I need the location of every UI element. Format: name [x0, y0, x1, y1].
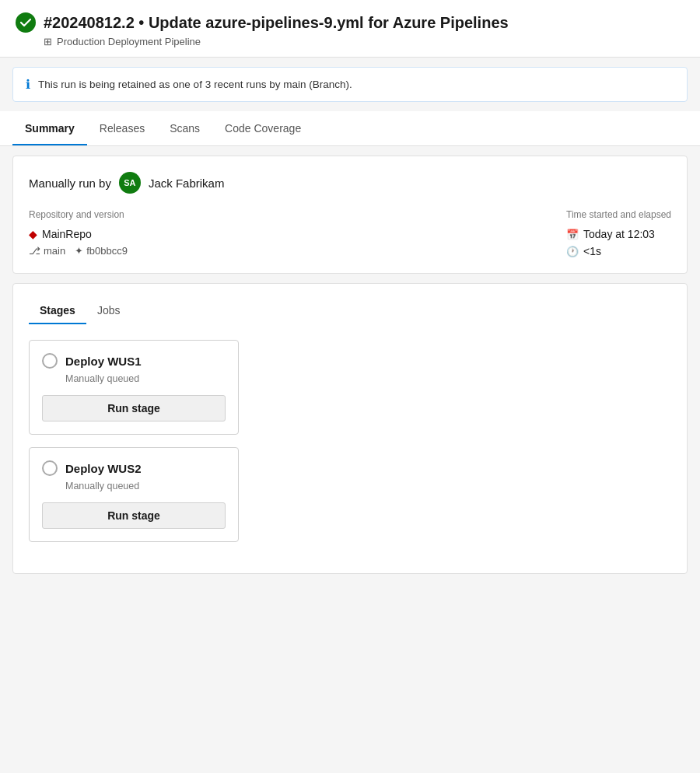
avatar: SA: [119, 172, 141, 194]
main-tabs-list: Summary Releases Scans Code Coverage: [12, 111, 688, 145]
run-id: #20240812.2 • Update azure-pipelines-9.y…: [44, 14, 509, 32]
user-name: Jack Fabrikam: [149, 177, 225, 190]
stages-card: Stages Jobs Deploy WUS1 Manually queued …: [12, 283, 688, 574]
stage-card-wus2: Deploy WUS2 Manually queued Run stage: [29, 447, 239, 542]
run-by-row: Manually run by SA Jack Fabrikam: [29, 172, 671, 194]
branch-icon: ⎇: [29, 245, 40, 257]
banner-text: This run is being retained as one of 3 r…: [38, 79, 352, 90]
repo-section-label: Repository and version: [29, 209, 128, 220]
page-header: #20240812.2 • Update azure-pipelines-9.y…: [0, 0, 700, 58]
stage-header-wus2: Deploy WUS2: [42, 460, 226, 476]
stage-name-wus2: Deploy WUS2: [65, 462, 142, 475]
commit-item: ✦ fb0bbcc9: [75, 245, 128, 257]
pipeline-name: Production Deployment Pipeline: [57, 36, 201, 47]
time-started: Today at 12:03: [583, 228, 655, 240]
tab-summary[interactable]: Summary: [12, 111, 87, 145]
time-started-row: 📅 Today at 12:03: [566, 228, 671, 240]
branch-row: ⎇ main ✦ fb0bbcc9: [29, 245, 128, 257]
elapsed-time: <1s: [583, 245, 601, 257]
branch-name: main: [44, 245, 65, 257]
success-icon: [16, 12, 36, 33]
run-left-details: Repository and version ◆ MainRepo ⎇ main…: [29, 209, 128, 257]
time-section-label: Time started and elapsed: [566, 209, 671, 220]
run-right-details: Time started and elapsed 📅 Today at 12:0…: [566, 209, 671, 257]
inner-tab-jobs[interactable]: Jobs: [86, 296, 131, 324]
stage-status-circle-wus1: [42, 353, 58, 369]
info-banner: ℹ This run is being retained as one of 3…: [12, 67, 688, 102]
clock-icon: 🕐: [566, 246, 579, 257]
run-details: Repository and version ◆ MainRepo ⎇ main…: [29, 209, 671, 257]
elapsed-row: 🕐 <1s: [566, 245, 671, 257]
stage-card-wus1: Deploy WUS1 Manually queued Run stage: [29, 340, 239, 435]
pipeline-icon: ⊞: [44, 36, 52, 47]
calendar-icon: 📅: [566, 229, 579, 240]
stage-status-circle-wus2: [42, 460, 58, 476]
repo-row: ◆ MainRepo: [29, 228, 128, 240]
commit-hash: fb0bbcc9: [86, 245, 128, 257]
repo-icon: ◆: [29, 228, 37, 240]
tab-releases[interactable]: Releases: [87, 111, 157, 145]
stage-header-wus1: Deploy WUS1: [42, 353, 226, 369]
run-stage-button-wus1[interactable]: Run stage: [42, 395, 226, 421]
branch-item: ⎇ main: [29, 245, 65, 257]
stage-status-wus1: Manually queued: [42, 373, 226, 384]
summary-card: Manually run by SA Jack Fabrikam Reposit…: [12, 156, 688, 274]
commit-icon: ✦: [75, 245, 83, 257]
run-by-label: Manually run by: [29, 177, 111, 190]
svg-point-0: [16, 12, 36, 33]
tab-scans[interactable]: Scans: [157, 111, 212, 145]
stage-status-wus2: Manually queued: [42, 481, 226, 491]
main-tabs-section: Summary Releases Scans Code Coverage: [0, 111, 700, 146]
info-icon: ℹ: [26, 77, 30, 92]
stage-name-wus1: Deploy WUS1: [65, 355, 142, 368]
repo-name: MainRepo: [42, 228, 92, 240]
tab-code-coverage[interactable]: Code Coverage: [212, 111, 313, 145]
pipeline-subtitle: ⊞ Production Deployment Pipeline: [16, 36, 684, 47]
run-stage-button-wus2[interactable]: Run stage: [42, 502, 226, 529]
run-title: #20240812.2 • Update azure-pipelines-9.y…: [16, 12, 684, 33]
inner-tab-stages[interactable]: Stages: [29, 296, 86, 324]
inner-tabs: Stages Jobs: [29, 296, 671, 324]
